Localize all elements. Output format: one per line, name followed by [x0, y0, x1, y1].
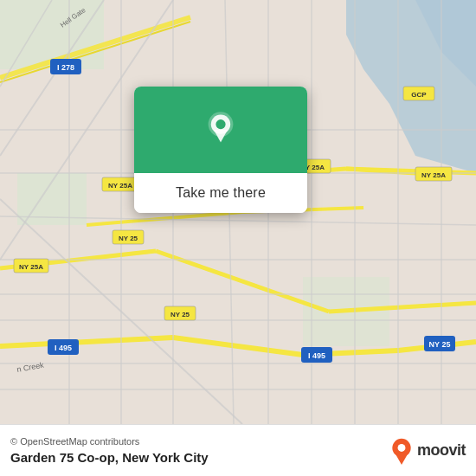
bottom-text-area: © OpenStreetMap contributors Garden 75 C… — [10, 436, 389, 465]
bottom-bar: © OpenStreetMap contributors Garden 75 C… — [0, 424, 476, 476]
svg-text:I 278: I 278 — [57, 63, 74, 72]
svg-marker-70 — [396, 453, 408, 464]
moovit-pin-icon — [389, 437, 414, 465]
svg-marker-68 — [214, 130, 228, 142]
svg-text:NY 25: NY 25 — [170, 311, 190, 318]
svg-text:NY 25A: NY 25A — [19, 263, 43, 271]
take-me-there-button[interactable]: Take me there — [134, 173, 307, 213]
svg-text:I 495: I 495 — [55, 344, 72, 352]
osm-credit: © OpenStreetMap contributors — [10, 436, 389, 447]
svg-point-67 — [215, 119, 225, 129]
map-pin-icon — [200, 109, 241, 151]
location-name-text: Garden 75 Co-op, — [10, 450, 119, 465]
map-container: I 278 NY 25A NY 25A NY 25A NY 25A NY 25 … — [0, 0, 476, 424]
svg-text:GCP: GCP — [411, 91, 427, 99]
svg-text:I 495: I 495 — [308, 351, 325, 360]
location-name: Garden 75 Co-op, New York City — [10, 450, 389, 465]
svg-point-71 — [398, 444, 406, 452]
city-text: New York City — [122, 450, 208, 465]
moovit-text: moovit — [417, 441, 466, 460]
popup-header — [134, 87, 307, 173]
svg-text:NY 25: NY 25 — [429, 340, 451, 349]
moovit-logo: moovit — [389, 437, 466, 465]
svg-text:NY 25A: NY 25A — [108, 182, 132, 190]
svg-text:NY 25: NY 25 — [119, 235, 138, 242]
popup-card: Take me there — [134, 87, 307, 213]
svg-text:NY 25A: NY 25A — [421, 171, 446, 179]
